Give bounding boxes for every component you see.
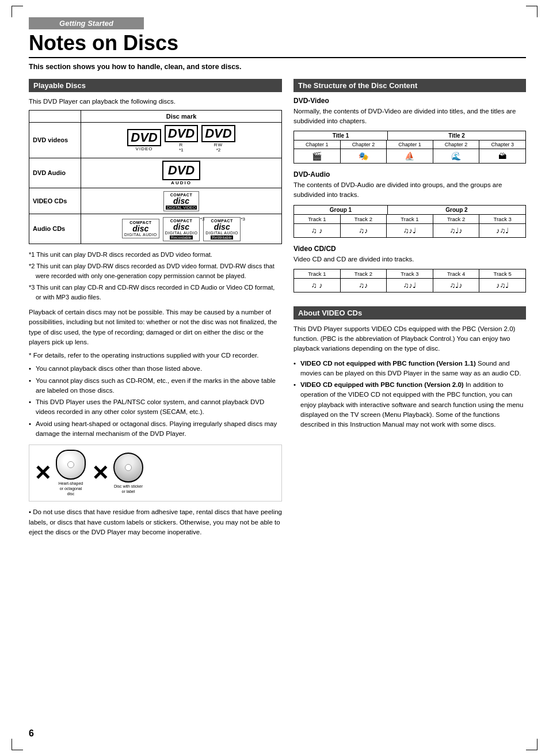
footnote-item-3: *3 This unit can play CD-R and CD-RW dis… [29, 283, 282, 302]
vcd-logo: COMPACT disc DIGITAL VIDEO [163, 191, 199, 211]
section-label: Getting Started [29, 17, 144, 29]
dvd-audio-diagram: Group 1 Group 2 Track 1 Track 2 Track 1 … [293, 205, 526, 238]
g2-t3-data: ♪♫♩ [479, 224, 525, 237]
dvd-video-diagram: Title 1 Title 2 Chapter 1 Chapter 2 Chap… [293, 131, 526, 164]
image-row: 🎬 🎭 ⛵ 🌊 🏔 [294, 149, 525, 163]
video-cd-section: Video CD/CD Video CD and CD are divided … [293, 245, 526, 299]
dvd-audio-logo: DVD AUDIO [85, 161, 278, 185]
t2-ch1: Chapter 1 [387, 140, 433, 149]
video-cds-label: VIDEO CDs [29, 188, 81, 214]
adhesive-note: • Do not use discs that have residue fro… [29, 507, 282, 537]
vcd-track3-label: Track 3 [387, 269, 433, 278]
cd-rw-logo: COMPACT disc DIGITAL AUDIO ReWritable *3 [203, 216, 241, 241]
cd-recorder-note: * For details, refer to the operating in… [29, 351, 282, 360]
structure-header: The Structure of the Disc Content [293, 79, 526, 92]
about-vcd-bullet-2: VIDEO CD equipped with PBC function (Ver… [293, 380, 526, 430]
x-mark-2: ✕ [92, 461, 109, 485]
img-2: 🎭 [341, 149, 387, 163]
group-1-header: Group 1 [294, 206, 388, 214]
dvd-r-logo: DVD R *1 [165, 125, 198, 155]
playable-discs-header: Playable Discs [29, 79, 282, 92]
dvd-video-body: Normally, the contents of DVD-Video are … [293, 107, 526, 127]
vcd-track-data-row: ♫ ♪ ♫♪ ♫♪♩ ♫♩♪ ♪♫♩ [294, 279, 525, 292]
vcd-track1-label: Track 1 [294, 269, 341, 278]
vcd-track-label-row: Track 1 Track 2 Track 3 Track 4 Track 5 [294, 269, 525, 279]
left-column: Playable Discs This DVD Player can playb… [29, 79, 282, 541]
group-2-header: Group 2 [388, 206, 525, 214]
disc-warning-images: ✕ Heart-shapedor octagonaldisc ✕ Disc wi… [29, 445, 282, 502]
dvd-audio-logos: DVD AUDIO [81, 158, 282, 188]
disc-table-label-col [29, 110, 81, 122]
label-disc-warning: ✕ Disc with stickeror label [92, 453, 143, 494]
heart-disc-warning: ✕ Heart-shapedor octagonaldisc [34, 450, 86, 496]
x-mark-1: ✕ [34, 461, 51, 485]
dvd-video-section: DVD-Video Normally, the contents of DVD-… [293, 97, 526, 171]
g2-track3-label: Track 3 [479, 215, 525, 223]
video-cd-diagram: Track 1 Track 2 Track 3 Track 4 Track 5 … [293, 269, 526, 292]
table-row: DVD Audio DVD AUDIO [29, 158, 282, 188]
dvd-audio-label: DVD Audio [29, 158, 81, 188]
audio-cds-label: Audio CDs [29, 214, 81, 244]
footnote-item-1: *1 This unit can play DVD-R discs record… [29, 250, 282, 260]
bullet-list: You cannot playback discs other than tho… [29, 364, 282, 439]
vcd-t1-data: ♫ ♪ [294, 279, 341, 292]
dvd-audio-body: The contents of DVD-Audio are divided in… [293, 180, 526, 200]
footnote-1: *1 [179, 147, 184, 153]
img-4: 🌊 [433, 149, 480, 163]
about-video-cds-header: About VIDEO CDs [293, 306, 526, 320]
sticker-disc: Disc with stickeror label [113, 453, 143, 494]
t1-ch1: Chapter 1 [294, 140, 341, 149]
heart-disc-label: Heart-shapedor octagonaldisc [56, 481, 86, 496]
content-columns: Playable Discs This DVD Player can playb… [29, 79, 526, 541]
playback-note-1: Playback of certain discs may not be pos… [29, 307, 282, 347]
about-video-cds-intro: This DVD Player supports VIDEO CDs equip… [293, 324, 526, 354]
vcd-t4-data: ♫♩♪ [433, 279, 480, 292]
title-divider [29, 57, 526, 58]
pbc-yes-bold: VIDEO CD equipped with PBC function (Ver… [300, 381, 464, 388]
video-cd-body: Video CD and CD are divided into tracks. [293, 254, 526, 264]
vcd-track5-label: Track 5 [479, 269, 525, 278]
page-number: 6 [29, 728, 34, 739]
playable-discs-intro: This DVD Player can playback the followi… [29, 97, 282, 107]
video-cd-title: Video CD/CD [293, 245, 526, 253]
audio-sub-text: AUDIO [85, 180, 278, 185]
about-vcd-bullets: VIDEO CD not equipped with PBC function … [293, 359, 526, 430]
bullet-3: This DVD Player uses the PAL/NTSC color … [29, 397, 282, 417]
vcd-track4-label: Track 4 [433, 269, 480, 278]
bullet-1: You cannot playback discs other than tho… [29, 364, 282, 374]
table-row: Audio CDs COMPACT disc DIGITAL AUDIO [29, 214, 282, 244]
disc-table-header: Disc mark [81, 110, 282, 122]
dvd-video-logo: DVD VIDEO [127, 129, 161, 151]
dvd-audio-title: DVD-Audio [293, 170, 526, 178]
table-row: DVD videos DVD VIDEO DVD R *1 [29, 122, 282, 158]
sticker-disc-label: Disc with stickeror label [113, 484, 143, 494]
corner-mark-br [526, 739, 537, 750]
heart-shaped-disc [56, 450, 86, 480]
about-video-cds-section: About VIDEO CDs This DVD Player supports… [293, 306, 526, 430]
bullet-4: Avoid using heart-shaped or octagonal di… [29, 419, 282, 439]
pbc-yes-text: In addition to operation of the VIDEO CD… [300, 381, 523, 428]
cd-digital-audio-logo: COMPACT disc DIGITAL AUDIO [122, 219, 159, 238]
about-vcd-bullet-1: VIDEO CD not equipped with PBC function … [293, 359, 526, 379]
right-column: The Structure of the Disc Content DVD-Vi… [293, 79, 526, 541]
audio-cds-logos: COMPACT disc DIGITAL AUDIO COMPACT disc … [81, 214, 282, 244]
heart-disc: Heart-shapedor octagonaldisc [56, 450, 86, 496]
g2-track2-label: Track 2 [433, 215, 480, 223]
footnote-3b: *3 [241, 216, 245, 222]
vcd-t2-data: ♫♪ [341, 279, 387, 292]
g2-t1-data: ♫♪♩ [387, 224, 433, 237]
g1-track1-label: Track 1 [294, 215, 341, 223]
g2-t2-data: ♫♩♪ [433, 224, 480, 237]
t2-ch3: Chapter 3 [479, 140, 525, 149]
g1-track2-label: Track 2 [341, 215, 387, 223]
table-row: VIDEO CDs COMPACT disc DIGITAL VIDEO [29, 188, 282, 214]
img-1: 🎬 [294, 149, 341, 163]
disc-table: Disc mark DVD videos DVD VIDEO [29, 110, 282, 244]
t1-ch2: Chapter 2 [341, 140, 387, 149]
footnote-item-2: *2 This unit can play DVD-RW discs recor… [29, 261, 282, 280]
dvd-video-title: DVD-Video [293, 97, 526, 105]
cd-r-logo: COMPACT disc DIGITAL AUDIO Recordable *3 [163, 216, 200, 241]
title-row: Title 1 Title 2 [294, 131, 525, 140]
page: Getting Started Notes on Discs This sect… [0, 0, 549, 756]
chapter-row: Chapter 1 Chapter 2 Chapter 1 Chapter 2 … [294, 140, 525, 149]
